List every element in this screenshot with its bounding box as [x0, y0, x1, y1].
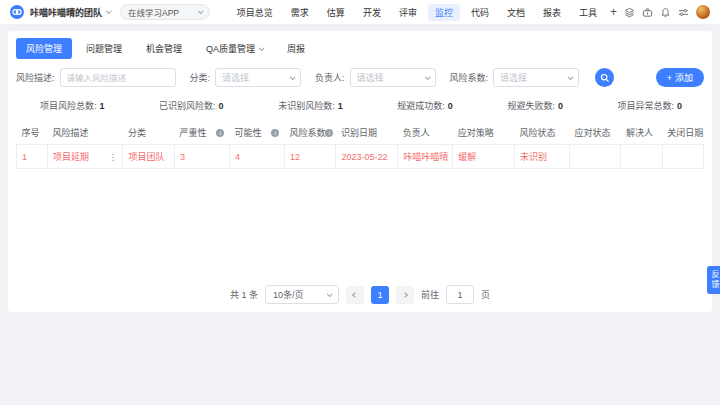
- plus-icon[interactable]: +: [610, 6, 617, 18]
- cell-0: 1: [17, 145, 48, 169]
- project-select[interactable]: 在线学习APP: [120, 4, 210, 20]
- risk-desc-label: 风险描述:: [16, 71, 55, 84]
- col-header-0: 序号: [17, 121, 48, 145]
- owner-select[interactable]: 请选择: [350, 68, 436, 87]
- stat-4: 规避失败数:0: [507, 99, 563, 112]
- avatar[interactable]: [696, 5, 710, 19]
- chevron-down-icon: [290, 74, 296, 80]
- stat-1: 已识别风险数:0: [159, 99, 224, 112]
- col-header-1: 风险描述: [47, 121, 123, 145]
- next-page-button[interactable]: [396, 286, 414, 304]
- table-row[interactable]: 1项目延期⋮项目团队34122023-05-22咔喵咔喵晴缓解未识别: [17, 145, 704, 169]
- tab-3[interactable]: QA质量管理: [196, 38, 273, 59]
- prev-page-button[interactable]: [346, 286, 364, 304]
- coefficient-label: 风险系数:: [450, 71, 489, 84]
- team-switcher[interactable]: 咔喵咔喵晴的团队: [30, 6, 110, 19]
- tab-1[interactable]: 问题管理: [76, 38, 132, 59]
- col-header-7: 负责人: [398, 121, 453, 145]
- nav-item-2[interactable]: 估算: [320, 4, 352, 21]
- category-label: 分类:: [190, 71, 211, 84]
- col-header-6: 识别日期: [336, 121, 398, 145]
- cell-8: 缓解: [453, 145, 515, 169]
- col-header-11: 解决人: [621, 121, 662, 145]
- goto-label: 前往: [421, 288, 439, 301]
- nav-item-5[interactable]: 监控: [428, 4, 460, 21]
- layers-icon[interactable]: [624, 7, 635, 18]
- cell-3: 3: [174, 145, 229, 169]
- tab-0[interactable]: 风险管理: [16, 38, 72, 59]
- filter-bar: 风险描述: 分类: 请选择 负责人: 请选择 风险系数: 请选择 + 添加: [16, 68, 704, 87]
- owner-label: 负责人:: [315, 71, 345, 84]
- risk-panel: 风险管理问题管理机会管理QA质量管理周报 风险描述: 分类: 请选择 负责人: …: [8, 31, 712, 312]
- topbar: 咔喵咔喵晴的团队 在线学习APP 项目总览需求估算开发评审监控代码文档报表工具 …: [0, 0, 720, 25]
- cell-10: [569, 145, 621, 169]
- search-icon: [600, 73, 610, 83]
- coefficient-select[interactable]: 请选择: [493, 68, 579, 87]
- nav-item-9[interactable]: 工具: [572, 4, 604, 21]
- cell-2: 项目团队: [123, 145, 175, 169]
- more-actions-icon[interactable]: ⋮: [108, 152, 117, 162]
- info-icon[interactable]: i: [216, 129, 224, 137]
- toolbox-icon[interactable]: [642, 7, 653, 18]
- project-name: 在线学习APP: [128, 6, 179, 18]
- cell-4: 4: [229, 145, 284, 169]
- chevron-right-icon: [402, 292, 408, 298]
- cell-5: 12: [284, 145, 336, 169]
- nav-item-1[interactable]: 需求: [284, 4, 316, 21]
- nav-item-3[interactable]: 开发: [356, 4, 388, 21]
- nav-item-0[interactable]: 项目总览: [230, 4, 280, 21]
- tab-2[interactable]: 机会管理: [136, 38, 192, 59]
- risk-table: 序号风险描述分类严重性i可能性i风险系数i识别日期负责人应对策略风险状态应对状态…: [16, 121, 704, 169]
- info-icon[interactable]: i: [325, 129, 333, 137]
- app-logo[interactable]: [10, 5, 24, 19]
- topbar-actions: +: [610, 5, 710, 19]
- nav-item-8[interactable]: 报表: [536, 4, 568, 21]
- chevron-down-icon: [259, 45, 265, 51]
- category-select[interactable]: 请选择: [215, 68, 301, 87]
- chevron-down-icon: [198, 8, 204, 14]
- stat-0: 项目风险总数:1: [40, 99, 105, 112]
- col-header-3: 严重性i: [174, 121, 229, 145]
- info-icon[interactable]: i: [271, 129, 279, 137]
- page-unit-label: 页: [481, 288, 490, 301]
- cell-11: [621, 145, 662, 169]
- topbar-nav: 项目总览需求估算开发评审监控代码文档报表工具: [230, 4, 604, 21]
- add-risk-button[interactable]: + 添加: [656, 68, 704, 87]
- stat-5: 项目异常总数:0: [617, 99, 682, 112]
- chevron-down-icon: [568, 74, 574, 80]
- goto-page-input[interactable]: [446, 285, 474, 304]
- cell-7: 咔喵咔喵晴: [398, 145, 453, 169]
- nav-item-7[interactable]: 文档: [500, 4, 532, 21]
- stats-bar: 项目风险总数:1已识别风险数:0未识别风险数:1规避成功数:0规避失败数:0项目…: [16, 99, 704, 112]
- page-size-select[interactable]: 10条/页: [265, 285, 339, 304]
- nav-item-6[interactable]: 代码: [464, 4, 496, 21]
- col-header-5: 风险系数i: [284, 121, 336, 145]
- cell-risk-desc: 项目延期⋮: [47, 145, 123, 169]
- risk-desc-input[interactable]: [60, 68, 176, 87]
- chevron-left-icon: [352, 292, 358, 298]
- col-header-4: 可能性i: [229, 121, 284, 145]
- col-header-2: 分类: [123, 121, 175, 145]
- bell-icon[interactable]: [660, 7, 671, 18]
- chevron-down-icon: [327, 291, 333, 297]
- tab-4[interactable]: 周报: [277, 38, 315, 59]
- cell-6: 2023-05-22: [336, 145, 398, 169]
- sliders-icon[interactable]: [678, 7, 689, 18]
- col-header-8: 应对策略: [453, 121, 515, 145]
- pagination-total: 共 1 条: [230, 288, 258, 301]
- pagination: 共 1 条 10条/页 1 前往 页: [16, 285, 704, 306]
- feedback-tab[interactable]: 反馈: [707, 266, 720, 294]
- search-button[interactable]: [595, 68, 614, 87]
- nav-item-4[interactable]: 评审: [392, 4, 424, 21]
- table-body: 1项目延期⋮项目团队34122023-05-22咔喵咔喵晴缓解未识别: [17, 145, 704, 169]
- col-header-10: 应对状态: [569, 121, 621, 145]
- chevron-down-icon: [106, 8, 112, 14]
- cell-9: 未识别: [515, 145, 570, 169]
- current-page-button[interactable]: 1: [371, 286, 389, 304]
- col-header-9: 风险状态: [515, 121, 570, 145]
- team-name: 咔喵咔喵晴的团队: [30, 6, 102, 19]
- module-tabs: 风险管理问题管理机会管理QA质量管理周报: [16, 38, 704, 59]
- chevron-down-icon: [424, 74, 430, 80]
- plus-icon: +: [667, 73, 672, 83]
- table-header-row: 序号风险描述分类严重性i可能性i风险系数i识别日期负责人应对策略风险状态应对状态…: [17, 121, 704, 145]
